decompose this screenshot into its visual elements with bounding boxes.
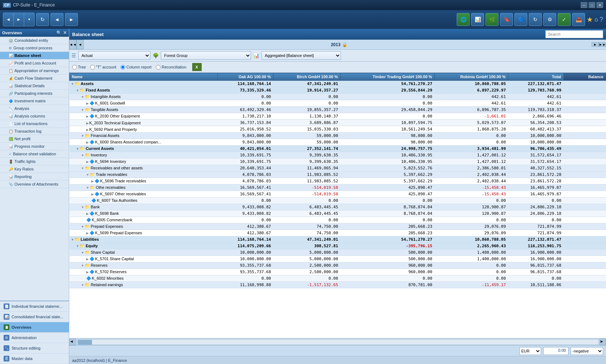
- table-row[interactable]: ▶🔷K_5697 Other receivables16,569,567.41-…: [70, 191, 606, 197]
- sidebar-item-analysis-columns[interactable]: 📊 Analysis columns: [0, 112, 69, 120]
- table-row[interactable]: ▶🔷K_5696 Trade receivables4,078,786.0311…: [70, 178, 606, 185]
- scroll-thumb[interactable]: [78, 340, 92, 345]
- table-row[interactable]: ▶🔷K_5694 Inventory10,339,691.759,399,630…: [70, 159, 606, 165]
- table-row[interactable]: 🔷K_6007 Tax Authorities0.000.000.000.000…: [70, 197, 606, 204]
- group-filter-select[interactable]: Forest Group: [161, 51, 251, 60]
- expand-icon[interactable]: ▶: [86, 102, 89, 105]
- sidebar-item-group-control[interactable]: ⚙ Group control process: [0, 44, 69, 52]
- aggregated-filter-select[interactable]: Aggregated [Balance sheet]: [262, 51, 341, 60]
- table-row[interactable]: ▼📁Prepaid Expenses412,380.6774,750.00205…: [70, 223, 606, 230]
- expand-icon[interactable]: ▶: [86, 115, 89, 118]
- nav-right-button[interactable]: ►: [65, 13, 78, 26]
- table-row[interactable]: ▶K_5692 Plant and Property25,016,958.521…: [70, 126, 606, 133]
- expand-icon[interactable]: ▼: [86, 173, 89, 177]
- radio-column-report-input[interactable]: [120, 65, 125, 70]
- expand-icon[interactable]: ▼: [81, 283, 84, 287]
- home-icon[interactable]: ⌂: [594, 16, 598, 23]
- expand-icon[interactable]: ▼: [76, 89, 79, 92]
- expand-icon[interactable]: ▼: [81, 205, 84, 209]
- table-row[interactable]: ▼📁Receivables and other assets20,648,353…: [70, 165, 606, 172]
- forward-button[interactable]: ►: [14, 13, 24, 26]
- table-row[interactable]: ▼📁Tangible Assets63,492,329.4619,855,357…: [70, 107, 606, 113]
- table-row[interactable]: 🔷K_6002 Minorities0.000.000.000.000.00: [70, 275, 606, 282]
- expand-icon[interactable]: ▼: [71, 82, 74, 86]
- table-row[interactable]: ▼📁Share Capital10,000,000.005,000,000.00…: [70, 249, 606, 256]
- expand-icon[interactable]: ▼: [81, 225, 84, 228]
- sidebar-item-reporting[interactable]: 📊 Reporting: [0, 173, 69, 181]
- expand-icon[interactable]: ▶: [86, 257, 89, 261]
- expand-icon[interactable]: ▶: [86, 231, 89, 235]
- expand-icon[interactable]: ▼: [81, 95, 84, 99]
- sidebar-item-profit-loss[interactable]: 📈 Profit and Loss Account: [0, 59, 69, 67]
- expand-icon[interactable]: ▼: [81, 251, 84, 254]
- expand-icon[interactable]: ▼: [86, 186, 89, 190]
- expand-icon[interactable]: ▶: [91, 179, 94, 183]
- tool5-button[interactable]: 🔵: [514, 13, 527, 26]
- radio-tree[interactable]: Tree: [72, 65, 86, 70]
- maximize-button[interactable]: □: [589, 2, 595, 8]
- tool8-button[interactable]: ✓: [558, 13, 571, 26]
- expand-icon[interactable]: ▶: [86, 212, 89, 216]
- expand-icon[interactable]: ▶: [86, 128, 89, 132]
- table-row[interactable]: ▼📁Liabilities114,168,764.1447,341,249.01…: [70, 236, 606, 243]
- expand-icon[interactable]: ▶: [91, 192, 94, 196]
- expand-icon[interactable]: ▶: [86, 141, 89, 144]
- excel-export-button[interactable]: X: [192, 63, 202, 71]
- sidebar-item-overview-attachments[interactable]: 📎 Overview of Attachments: [0, 181, 69, 188]
- expand-icon[interactable]: ▼: [76, 147, 79, 151]
- radio-tree-input[interactable]: [72, 65, 77, 70]
- table-row[interactable]: ▶🔷K_2030 Other Equipment1,738,217.101,13…: [70, 113, 606, 120]
- tool6-button[interactable]: ↻: [529, 13, 542, 26]
- scroll-right-button[interactable]: ►: [600, 339, 606, 345]
- search-input[interactable]: [545, 30, 603, 38]
- sidebar-search-icon[interactable]: 🔍: [56, 30, 62, 35]
- sidebar-item-analysis[interactable]: 📉 Analysis: [0, 105, 69, 112]
- sidebar-item-list-transactions[interactable]: 📄 List of transactions: [0, 120, 69, 128]
- table-row[interactable]: ▼📁Trade receivables4,078,786.0311,983,08…: [70, 172, 606, 178]
- table-row[interactable]: ▼📁Othe receivables16,569,567.41-514,019.…: [70, 185, 606, 191]
- sidebar-bottom-individual[interactable]: 📄 Individual financial stateme...: [0, 301, 69, 312]
- table-row[interactable]: 🔷K_6005 Commerzbank0.000.000.000.000.00: [70, 217, 606, 223]
- sidebar-item-traffic-lights[interactable]: 🚦 Traffic lights: [0, 158, 69, 165]
- table-row[interactable]: ▶🔷K_5702 Reserves93,355,737.682,500,000.…: [70, 269, 606, 275]
- year-next-button[interactable]: ►: [592, 42, 599, 47]
- table-row[interactable]: ▶K_2033 Technical Equipment36,737,153.84…: [70, 120, 606, 126]
- radio-reconciliation-input[interactable]: [156, 65, 161, 70]
- scroll-track[interactable]: [76, 339, 599, 345]
- minimize-button[interactable]: ─: [581, 2, 587, 8]
- nav-left-button[interactable]: ◄: [50, 13, 63, 26]
- radio-column-report[interactable]: Column report: [120, 65, 152, 70]
- radio-t-account-input[interactable]: [90, 65, 95, 70]
- expand-icon[interactable]: ▶: [86, 160, 89, 164]
- tool4-button[interactable]: 🔖: [500, 13, 513, 26]
- table-row[interactable]: ▶🔷K_5701 Share Capital10,000,000.005,000…: [70, 256, 606, 262]
- negative-select[interactable]: -negative: [571, 347, 603, 355]
- table-row[interactable]: ▼📁Financial Assets9,843,000.0059,000.009…: [70, 133, 606, 139]
- sidebar-item-investment-matrix[interactable]: 🔷 Investment matrix: [0, 97, 69, 105]
- expand-icon[interactable]: ▶: [86, 270, 89, 274]
- table-row[interactable]: ▼📁Bank9,433,008.826,483,445.458,768,874.…: [70, 204, 606, 210]
- expand-icon[interactable]: ▼: [76, 244, 79, 248]
- tool7-button[interactable]: ⚙: [543, 13, 556, 26]
- expand-icon[interactable]: ▼: [71, 238, 74, 241]
- sidebar-bottom-administration[interactable]: ⚙ Administration: [0, 333, 69, 343]
- close-button[interactable]: ✕: [597, 2, 603, 8]
- refresh-button[interactable]: ↻: [36, 13, 49, 26]
- year-prev-button[interactable]: ◄: [76, 40, 84, 49]
- expand-icon[interactable]: ▼: [81, 264, 84, 267]
- expand-icon[interactable]: ▼: [81, 167, 84, 170]
- table-row[interactable]: ▼📁Reserves93,355,737.682,500,000.00960,0…: [70, 262, 606, 269]
- expand-icon[interactable]: ▼: [81, 154, 84, 157]
- sidebar-bottom-master-data[interactable]: 🗄 Master data: [0, 354, 69, 364]
- tool9-button[interactable]: 📤: [572, 13, 585, 26]
- dropdown-button[interactable]: ▼: [24, 13, 34, 26]
- sidebar-bottom-overviews[interactable]: 📋 Overviews: [0, 322, 69, 333]
- sidebar-item-key-ratios[interactable]: 🔑 Key Ratios: [0, 165, 69, 173]
- actual-filter-select[interactable]: Actual: [78, 51, 150, 60]
- table-row[interactable]: ▼📁Equity114,075,209.66308,527.81-395,796…: [70, 243, 606, 249]
- sidebar-item-appropriation[interactable]: 📋 Appropriation of earnings: [0, 67, 69, 75]
- sidebar-item-consolidated-entity[interactable]: 🏢 Consolidated entity: [0, 37, 69, 44]
- back-button[interactable]: ◄: [3, 13, 13, 26]
- sidebar-item-balance-sheet[interactable]: 📊 Balance sheet: [0, 52, 69, 59]
- table-row[interactable]: ▼📁Intangible Assets0.000.000.00442.61442…: [70, 94, 606, 100]
